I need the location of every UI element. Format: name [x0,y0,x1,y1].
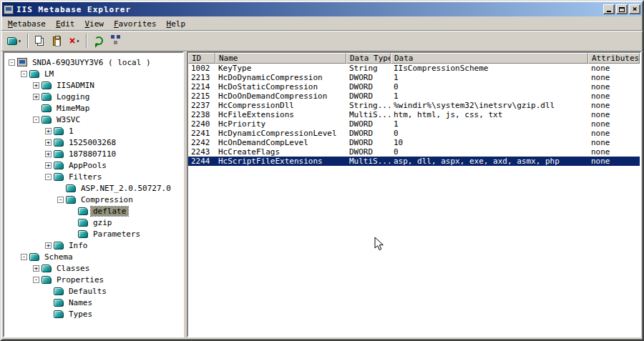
cell: DWORD [346,147,391,157]
maximize-button[interactable] [616,4,628,14]
cell: HcCompressionDll [215,101,346,110]
expand-icon[interactable]: + [33,94,39,100]
tree-item-deflate[interactable]: deflate [4,205,182,217]
cell: MultiS... [346,110,391,119]
cell: 2213 [188,73,215,82]
table-row-2243[interactable]: 2243HcCreateFlagsDWORD0none [188,147,640,157]
metabase-key-icon [42,93,52,101]
tree-item-label: Defaults [67,287,109,296]
collapse-icon[interactable]: - [21,71,27,77]
cell: 1002 [188,64,215,73]
tree-item-properties[interactable]: -Properties [4,274,182,285]
tree-item-label: Properties [54,275,106,285]
column-header-id[interactable]: ID [188,53,215,64]
cell: KeyType [215,64,346,73]
collapse-icon[interactable]: - [33,117,39,123]
tree-item-snda-69q3uyy3v6-local[interactable]: -SNDA-69Q3UYY3V6 ( local ) [4,56,182,68]
expand-icon[interactable]: + [45,128,52,134]
table-row-2238[interactable]: 2238HcFileExtensionsMultiS...htm, html, … [188,110,640,119]
tree-item-apppools[interactable]: +AppPools [4,159,182,171]
expand-icon[interactable]: + [45,162,52,169]
column-header-name[interactable]: Name [215,53,346,64]
menu-help[interactable]: Help [162,18,191,30]
table-row-2241[interactable]: 2241HcDynamicCompressionLevelDWORD0none [188,129,640,138]
expand-icon[interactable]: + [33,82,39,89]
tree-item-types[interactable]: Types [4,308,182,320]
refresh-button[interactable] [90,33,107,49]
menu-bar: MetabaseEditViewFavoritesHelp [1,17,643,31]
tree-item-info[interactable]: +Info [4,239,182,251]
app-icon [4,5,14,14]
metabase-key-icon [54,310,64,318]
metabase-key-icon [54,242,64,249]
tree-item-1[interactable]: +1 [4,125,182,137]
menu-favorites[interactable]: Favorites [109,18,162,30]
tree-item-asp-net-2-0-50727-0[interactable]: ASP.NET_2.0.50727.0 [4,182,182,194]
column-header-attributes[interactable]: Attributes [588,53,640,64]
cell: 2237 [188,101,215,110]
collapse-icon[interactable]: - [33,277,39,283]
tree: -SNDA-69Q3UYY3V6 ( local )-LM+IISADMIN+L… [4,56,182,320]
menu-metabase[interactable]: Metabase [3,18,51,30]
cell: none [588,92,640,101]
connect-button[interactable] [107,33,125,49]
cell: HcDynamicCompressionLevel [215,129,346,138]
tree-item-label: ASP.NET_2.0.50727.0 [79,184,173,193]
dropdown-caret-icon: ▾ [76,38,79,44]
expand-icon[interactable]: + [45,151,52,157]
table-row-2244[interactable]: 2244HcScriptFileExtensionsMultiS...asp, … [188,157,640,166]
metabase-key-icon [78,230,88,238]
column-header-data-type[interactable]: Data Type [346,53,391,64]
tree-item-schema[interactable]: -Schema [4,251,182,262]
metabase-key-icon [29,70,39,78]
table-row-2215[interactable]: 2215HcDoOnDemandCompressionDWORD1none [188,92,640,101]
table-row-1002[interactable]: 1002KeyTypeStringIIsCompressionSchemenon… [188,64,640,73]
tree-item-lm[interactable]: -LM [4,68,182,79]
expand-icon[interactable]: + [33,265,39,272]
collapse-icon[interactable]: - [21,254,27,260]
tree-item-defaults[interactable]: Defaults [4,285,182,297]
metabase-key-icon [29,253,39,261]
tree-item-iisadmin[interactable]: +IISADMIN [4,79,182,91]
cell: DWORD [346,129,391,138]
table-row-2214[interactable]: 2214HcDoStaticCompressionDWORD0none [188,82,640,92]
copy-button[interactable] [31,33,49,49]
tree-item-names[interactable]: Names [4,297,182,308]
metabase-key-icon [42,116,52,124]
delete-button[interactable]: ▾ [66,33,83,49]
tree-item-logging[interactable]: +Logging [4,91,182,102]
table-row-2240[interactable]: 2240HcPriorityDWORD1none [188,119,640,129]
menu-view[interactable]: View [79,18,109,30]
main-content: -SNDA-69Q3UYY3V6 ( local )-LM+IISADMIN+L… [1,51,643,340]
new-key-button[interactable]: ▾ [4,33,24,49]
table-row-2237[interactable]: 2237HcCompressionDllString...%windir%\sy… [188,101,640,110]
paste-button[interactable] [49,33,66,49]
close-button[interactable]: × [629,4,640,14]
collapse-icon[interactable]: - [57,197,64,203]
expand-icon[interactable]: + [45,242,52,249]
collapse-icon[interactable]: - [9,59,15,66]
tree-item-mimemap[interactable]: MimeMap [4,102,182,114]
column-header-data[interactable]: Data [391,53,588,64]
minimize-button[interactable] [603,4,615,14]
cell: none [588,157,640,166]
cell: DWORD [346,138,391,147]
table-row-2213[interactable]: 2213HcDoDynamicCompressionDWORD1none [188,73,640,82]
tree-item-1878807110[interactable]: +1878807110 [4,148,182,159]
network-icon [111,35,114,39]
tree-item-gzip[interactable]: gzip [4,217,182,228]
tree-item-parameters[interactable]: Parameters [4,228,182,239]
cell: DWORD [346,92,391,101]
tree-item-compression[interactable]: -Compression [4,194,182,205]
expand-icon[interactable]: + [45,139,52,146]
table-row-2242[interactable]: 2242HcOnDemandCompLevelDWORD10none [188,138,640,147]
collapse-icon[interactable]: - [45,174,52,180]
tree-item-1525003268[interactable]: +1525003268 [4,137,182,148]
tree-item-label: Schema [42,252,75,262]
maximize-icon [619,7,625,12]
tree-item-filters[interactable]: -Filters [4,171,182,182]
tree-item-classes[interactable]: +Classes [4,262,182,274]
tree-item-w3svc[interactable]: -W3SVC [4,114,182,125]
tree-item-label: Logging [54,92,92,102]
menu-edit[interactable]: Edit [51,18,80,30]
